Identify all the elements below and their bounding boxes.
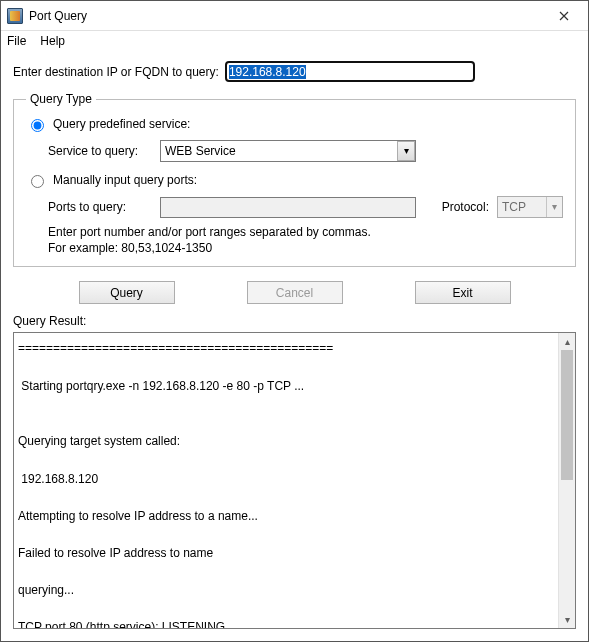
menubar: File Help [1,31,588,51]
content-area: Enter destination IP or FQDN to query: Q… [1,51,588,641]
radio-predefined[interactable] [31,119,44,132]
radio-manual-label: Manually input query ports: [53,173,197,187]
exit-button[interactable]: Exit [415,281,511,304]
result-text[interactable]: ========================================… [14,333,558,628]
service-select-value: WEB Service [161,144,397,158]
service-label: Service to query: [48,144,152,158]
scroll-up-button[interactable]: ▴ [559,333,575,350]
app-icon [7,8,23,24]
close-icon [559,11,569,21]
ports-input [160,197,416,218]
protocol-select-value: TCP [498,200,546,214]
query-button[interactable]: Query [79,281,175,304]
query-type-legend: Query Type [26,92,96,106]
protocol-select-dropdown: ▾ [546,197,562,217]
destination-label: Enter destination IP or FQDN to query: [13,65,219,79]
chevron-up-icon: ▴ [565,337,570,347]
menu-help[interactable]: Help [40,34,65,48]
scroll-thumb[interactable] [561,350,573,480]
result-scrollbar[interactable]: ▴ ▾ [558,333,575,628]
chevron-down-icon: ▾ [404,146,409,156]
scroll-track[interactable] [559,350,575,611]
radio-manual[interactable] [31,175,44,188]
menu-file[interactable]: File [7,34,26,48]
chevron-down-icon: ▾ [565,615,570,625]
app-window: Port Query File Help Enter destination I… [0,0,589,642]
cancel-button: Cancel [247,281,343,304]
protocol-select: TCP ▾ [497,196,563,218]
radio-manual-row: Manually input query ports: [26,172,563,188]
button-bar: Query Cancel Exit [13,281,576,304]
radio-predefined-label: Query predefined service: [53,117,190,131]
result-label: Query Result: [13,314,576,328]
result-panel: ========================================… [13,332,576,629]
destination-row: Enter destination IP or FQDN to query: [13,61,576,82]
titlebar: Port Query [1,1,588,31]
protocol-label: Protocol: [442,200,489,214]
query-type-group: Query Type Query predefined service: Ser… [13,92,576,267]
close-button[interactable] [541,2,586,30]
ports-hint: Enter port number and/or port ranges sep… [48,224,563,256]
radio-predefined-row: Query predefined service: [26,116,563,132]
ports-label: Ports to query: [48,200,152,214]
chevron-down-icon: ▾ [552,202,557,212]
destination-input[interactable] [225,61,475,82]
service-select-dropdown[interactable]: ▾ [397,141,415,161]
window-title: Port Query [29,9,541,23]
ports-row: Ports to query: Protocol: TCP ▾ [48,196,563,218]
service-row: Service to query: WEB Service ▾ [48,140,563,162]
service-select[interactable]: WEB Service ▾ [160,140,416,162]
scroll-down-button[interactable]: ▾ [559,611,575,628]
